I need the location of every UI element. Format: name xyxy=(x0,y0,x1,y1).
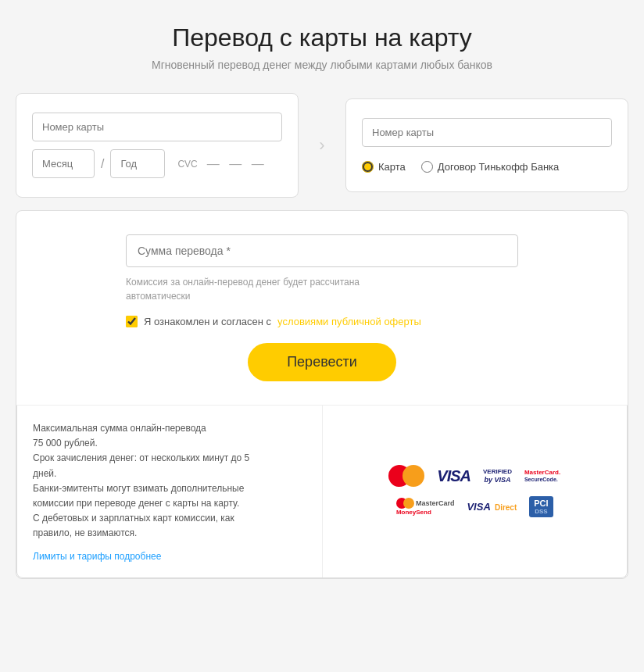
moneysend-mc-text: MasterCard xyxy=(416,499,455,507)
date-slash: / xyxy=(101,157,104,171)
limits-link[interactable]: Лимиты и тарифы подробнее xyxy=(33,551,161,562)
radio-contract-label: Договор Тинькофф Банка xyxy=(438,161,560,173)
mastercard-logo xyxy=(388,465,424,487)
from-card-box: / CVC — — — xyxy=(16,93,299,198)
by-visa-text: by VISA xyxy=(484,476,510,484)
from-card-bottom-row: / CVC — — — xyxy=(32,149,282,178)
page-header: Перевод с карты на карту Мгновенный пере… xyxy=(16,23,628,71)
moneysend-text: MoneySend xyxy=(396,509,431,516)
transfer-top: Комиссия за онлайн-перевод денег будет р… xyxy=(16,211,628,405)
info-section: Максимальная сумма онлайн-перевода 75 00… xyxy=(16,406,628,578)
mc-secure-name: MasterCard. xyxy=(524,469,560,477)
dss-text: DSS xyxy=(535,508,547,515)
verified-text: VERIFIED xyxy=(483,468,512,476)
visa-logo: VISA xyxy=(437,467,470,485)
radio-card-label: Карта xyxy=(378,161,406,173)
to-card-number-input[interactable] xyxy=(362,118,612,147)
mc-secure-top: MasterCard. xyxy=(524,469,560,477)
cvc-dashes: — — — xyxy=(207,157,267,171)
oferta-link[interactable]: условиями публичной оферты xyxy=(277,316,421,327)
moneysend-mc xyxy=(396,498,414,509)
info-description: Максимальная сумма онлайн-перевода 75 00… xyxy=(33,421,306,542)
checkbox-text-label: Я ознакомлен и согласен с xyxy=(144,316,271,327)
pci-dss-logo: PCI DSS xyxy=(529,496,553,517)
payment-logos-row-2: MasterCard MoneySend VISA Direct PCI DSS xyxy=(396,496,553,517)
radio-contract-input[interactable] xyxy=(421,161,433,173)
cards-section: / CVC — — — › Карта Договор Тинькофф Бан… xyxy=(16,93,628,198)
mc-circle-orange xyxy=(402,465,424,487)
page-subtitle: Мгновенный перевод денег между любыми ка… xyxy=(16,59,628,71)
moneysend-top: MasterCard xyxy=(396,498,455,509)
verified-by-visa-logo: VERIFIED by VISA xyxy=(483,468,512,484)
moneysend-logo: MasterCard MoneySend xyxy=(396,498,455,516)
amount-input[interactable] xyxy=(126,234,518,267)
payment-logos-row-1: VISA VERIFIED by VISA MasterCard. Secure… xyxy=(388,465,560,487)
arrow-container: › xyxy=(299,135,345,155)
info-right: VISA VERIFIED by VISA MasterCard. Secure… xyxy=(323,406,628,577)
checkbox-row: Я ознакомлен и согласен с условиями публ… xyxy=(126,316,518,327)
to-card-box: Карта Договор Тинькофф Банка xyxy=(345,98,628,192)
oferta-checkbox[interactable] xyxy=(126,316,138,327)
mc-secure-label: SecureCode. xyxy=(524,477,558,483)
radio-contract-option[interactable]: Договор Тинькофф Банка xyxy=(421,161,560,173)
cvc-label: CVC xyxy=(177,159,197,170)
page-title: Перевод с карты на карту xyxy=(16,23,628,52)
mastercard-securecode-logo: MasterCard. SecureCode. xyxy=(524,469,560,483)
commission-text: Комиссия за онлайн-перевод денег будет р… xyxy=(126,275,518,303)
page: Перевод с карты на карту Мгновенный пере… xyxy=(0,0,644,672)
pci-text: PCI xyxy=(534,499,548,508)
to-card-radio-row: Карта Договор Тинькофф Банка xyxy=(362,161,612,173)
from-card-year-input[interactable] xyxy=(110,149,165,178)
ms-circle-orange xyxy=(403,498,414,509)
visa-direct-text: Direct xyxy=(495,503,517,512)
radio-card-input[interactable] xyxy=(362,161,374,173)
transfer-button[interactable]: Перевести xyxy=(248,343,396,381)
from-card-month-input[interactable] xyxy=(32,149,95,178)
visa-direct-logo: VISA Direct xyxy=(467,501,517,513)
transfer-wrapper: Комиссия за онлайн-перевод денег будет р… xyxy=(16,210,628,579)
arrow-icon: › xyxy=(319,135,324,155)
radio-card-option[interactable]: Карта xyxy=(362,161,406,173)
info-left: Максимальная сумма онлайн-перевода 75 00… xyxy=(17,406,323,577)
from-card-number-input[interactable] xyxy=(32,113,282,141)
